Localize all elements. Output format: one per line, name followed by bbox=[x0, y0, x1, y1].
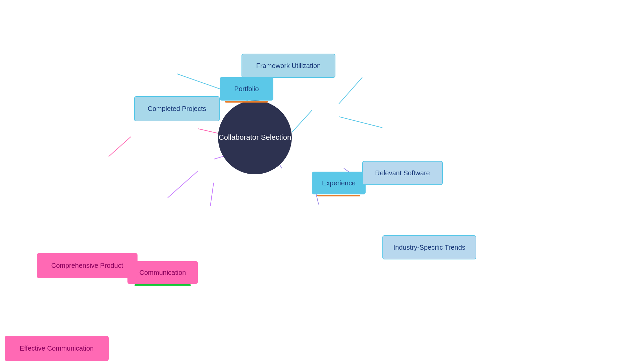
svg-line-5 bbox=[339, 117, 382, 128]
svg-line-1 bbox=[177, 74, 220, 89]
portfolio-label: Portfolio bbox=[234, 85, 259, 93]
svg-line-10 bbox=[168, 171, 198, 198]
relevant-label: Relevant Software bbox=[375, 169, 430, 177]
svg-line-11 bbox=[210, 183, 214, 206]
industry-label: Industry-Specific Trends bbox=[393, 244, 466, 251]
svg-line-8 bbox=[109, 137, 131, 157]
center-node: Collaborator Selection bbox=[218, 101, 292, 174]
experience-node[interactable]: Experience bbox=[312, 172, 366, 194]
effective-node[interactable]: Effective Communication bbox=[5, 336, 109, 361]
effective-label: Effective Communication bbox=[20, 345, 94, 352]
relevant-node[interactable]: Relevant Software bbox=[362, 161, 443, 185]
svg-line-6 bbox=[198, 129, 221, 134]
center-label: Collaborator Selection bbox=[219, 133, 291, 142]
portfolio-node[interactable]: Portfolio bbox=[220, 77, 273, 101]
industry-node[interactable]: Industry-Specific Trends bbox=[382, 235, 476, 259]
framework-label: Framework Utilization bbox=[256, 62, 321, 70]
communication-label: Communication bbox=[140, 269, 186, 277]
communication-node[interactable]: Communication bbox=[127, 261, 198, 284]
framework-node[interactable]: Framework Utilization bbox=[241, 54, 335, 78]
comprehensive-node[interactable]: Comprehensive Product bbox=[37, 253, 138, 278]
svg-line-3 bbox=[292, 110, 312, 132]
completed-node[interactable]: Completed Projects bbox=[134, 96, 220, 121]
completed-label: Completed Projects bbox=[148, 105, 206, 113]
svg-line-4 bbox=[339, 77, 362, 104]
experience-label: Experience bbox=[322, 179, 356, 187]
comprehensive-label: Comprehensive Product bbox=[51, 262, 123, 269]
